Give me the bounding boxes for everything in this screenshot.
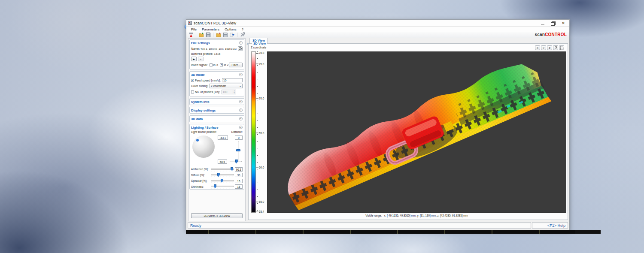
load-parameters-icon[interactable]	[216, 32, 221, 37]
switch-view-button[interactable]: 2D-View -> 3D-View	[191, 213, 243, 218]
diffuse-slider[interactable]	[211, 173, 234, 177]
expand-display-settings-icon[interactable]: ▼	[239, 108, 243, 112]
scale-min-label: 53.4	[259, 210, 264, 213]
sensor-connect-icon[interactable]	[188, 32, 194, 37]
play-button[interactable]: ▶	[191, 57, 197, 61]
menu-parameters[interactable]: Parameters	[199, 27, 222, 31]
groupbox-legend: 3D-View	[252, 42, 267, 45]
invert-z-checkbox[interactable]	[220, 63, 223, 66]
pointcloud-speckle	[267, 52, 566, 212]
view-x-button[interactable]: X	[535, 45, 540, 50]
taskbar-strip	[186, 230, 575, 234]
panel-system-info: System info ▼	[189, 98, 244, 105]
profiles-spinner[interactable]: 100 ▲▼	[222, 90, 236, 94]
buffered-profiles-value: 1415	[214, 52, 220, 55]
shininess-slider[interactable]	[211, 184, 234, 189]
spin-down-icon[interactable]: ▼	[233, 92, 236, 94]
distance-input[interactable]: 0	[235, 136, 243, 140]
invert-signal-label: Invert signal:	[191, 63, 208, 66]
toolbar-separator	[237, 33, 237, 37]
brand-logo: scanCONTROL	[535, 32, 567, 37]
feed-speed-label: Feed speed [mm/s]:	[195, 79, 221, 82]
color-scale	[251, 51, 256, 213]
expand-system-info-icon[interactable]: ▼	[239, 100, 243, 103]
file-name-value: Test 1_10mms_2ms_100Hz.avi	[200, 48, 237, 50]
status-help[interactable]: <F1> Help	[547, 223, 565, 228]
scale-label-60: 60.0	[259, 166, 264, 169]
shininess-label: Shininess:	[191, 185, 210, 188]
3d-data-title: 3D data	[191, 117, 203, 121]
ambience-value[interactable]: 96.3	[235, 167, 243, 172]
diffuse-value[interactable]: 30	[235, 173, 243, 177]
distance-slider-thumb[interactable]	[236, 149, 240, 151]
view-y-button[interactable]: Y	[541, 45, 546, 50]
expand-3d-data-icon[interactable]: ▼	[239, 117, 243, 120]
save-parameters-icon[interactable]	[222, 32, 228, 37]
minimize-button[interactable]	[540, 21, 545, 25]
scale-label-75: 75.0	[259, 62, 264, 65]
menu-options[interactable]: Options	[222, 27, 239, 31]
collapse-3d-mode-icon[interactable]: ▲	[239, 73, 243, 76]
invert-x-label: in X	[213, 63, 219, 66]
distance-label: Distance:	[231, 130, 243, 133]
color-coding-select[interactable]: Z coordinate ▼	[210, 84, 243, 88]
menu-help[interactable]: ?	[239, 27, 246, 31]
distance-slider[interactable]	[236, 142, 241, 160]
sidebar: File settings ▲ Name: Test 1_10mms_2ms_1…	[188, 38, 246, 221]
light-elevation-input[interactable]: 58.5	[218, 160, 227, 164]
iso-arrow-icon	[554, 46, 557, 50]
maximize-button[interactable]	[550, 21, 556, 25]
shininess-value[interactable]: 15	[235, 184, 243, 189]
collapse-file-settings-icon[interactable]: ▲	[239, 41, 243, 45]
feed-speed-checkbox[interactable]	[191, 79, 194, 82]
stop-button[interactable]: ■	[198, 57, 204, 61]
light-position-label: Light source position:	[191, 130, 217, 133]
light-horizontal-slider[interactable]	[230, 160, 242, 164]
view-iso-button[interactable]	[553, 45, 558, 50]
light-source-dot[interactable]	[196, 139, 199, 142]
scale-max-label: 76.8	[259, 51, 264, 54]
3d-view-groupbox: 3D-View Z coordinate X Y Z 76.8 75.0 70.…	[248, 43, 568, 220]
filter-button[interactable]: Filter...	[229, 63, 243, 67]
close-button[interactable]: ✕	[561, 21, 566, 25]
pointcloud-3d-scene[interactable]	[267, 51, 566, 213]
diffuse-track	[211, 174, 234, 175]
color-scale-labels: 76.8 75.0 70.0 65.0 60.0 55.0 53.4	[257, 51, 266, 213]
invert-x-checkbox[interactable]	[210, 63, 213, 66]
light-horizontal-thumb[interactable]	[235, 160, 238, 163]
view-fit-button[interactable]	[559, 45, 564, 50]
profiles-value: 100	[222, 90, 233, 93]
specular-ticks	[212, 182, 233, 183]
export-profiles-icon[interactable]	[229, 32, 235, 37]
ambience-slider[interactable]	[211, 167, 234, 172]
view-z-button[interactable]: Z	[547, 45, 552, 50]
settings-tools-icon[interactable]	[240, 32, 245, 37]
light-sphere-control[interactable]	[192, 136, 215, 158]
save-profile-data-icon[interactable]	[205, 32, 211, 37]
collapse-lighting-icon[interactable]: ▲	[239, 126, 243, 129]
color-coding-label: Color coding:	[191, 84, 208, 87]
load-profile-data-icon[interactable]	[198, 32, 204, 37]
panel-3d-mode: 3D mode ▲ Feed speed [mm/s]: 10 Color co…	[189, 71, 244, 96]
file-settings-title: File settings	[191, 41, 210, 45]
panel-display-settings: Display settings ▼	[189, 107, 244, 114]
panel-file-settings: File settings ▲ Name: Test 1_10mms_2ms_1…	[189, 39, 244, 69]
specular-slider[interactable]	[211, 179, 234, 183]
scale-label-70: 70.0	[259, 97, 264, 100]
profiles-checkbox[interactable]	[191, 90, 194, 93]
file-info-button[interactable]: i	[238, 46, 243, 51]
profiles-label: No. of profiles [1/s]:	[195, 90, 220, 93]
feed-speed-input[interactable]: 10	[222, 78, 243, 82]
titlebar: scanCONTROL 3D-View ✕	[186, 20, 569, 27]
chevron-down-icon: ▼	[239, 85, 241, 87]
z-coordinate-label: Z coordinate	[251, 46, 266, 49]
fit-screen-icon	[560, 46, 564, 50]
ambience-ticks	[212, 171, 233, 172]
ambience-track	[211, 169, 234, 170]
specular-value[interactable]: 15	[235, 179, 243, 183]
panel-lighting-surface: Lighting / Surface ▲ Light source positi…	[189, 124, 244, 190]
light-azimuth-input[interactable]: -63.1	[218, 136, 228, 140]
app-window: scanCONTROL 3D-View ✕ File Parameters Op…	[186, 19, 570, 230]
menu-file[interactable]: File	[188, 27, 199, 31]
panel-3d-data: 3D data ▼	[189, 115, 244, 122]
